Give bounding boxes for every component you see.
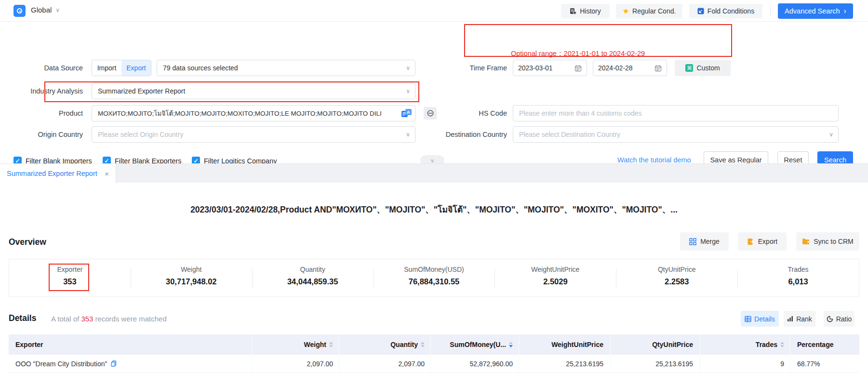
export-tab[interactable]: Export — [121, 60, 151, 76]
industry-analysis-value: Summarized Exporter Report — [98, 87, 185, 95]
merge-icon — [689, 238, 696, 245]
view-details-button[interactable]: Details — [741, 311, 779, 327]
custom-label: Custom — [696, 64, 720, 72]
regular-cond-button[interactable]: ★ Regular Cond. — [616, 4, 682, 18]
app-logo-icon — [13, 5, 26, 17]
search-form: Data Source Import Export 79 data source… — [0, 22, 868, 163]
close-icon[interactable]: × — [105, 170, 109, 178]
column-header-exporter[interactable]: Exporter — [9, 334, 252, 355]
origin-country-select[interactable]: Please select Origin Country ∨ — [92, 126, 415, 143]
industry-analysis-select[interactable]: Summarized Exporter Report ∨ — [92, 83, 415, 99]
exporter-name: OOO "Dream City Distribution" — [15, 360, 107, 368]
synonym-icon — [427, 109, 434, 117]
stat-value: 76,884,310.55 — [374, 277, 495, 286]
history-button[interactable]: History — [561, 4, 610, 18]
time-frame-label: Time Frame — [459, 64, 507, 72]
tab-summarized-exporter-report[interactable]: Summarized Exporter Report × — [0, 164, 116, 183]
destination-country-select[interactable]: Please select Destination Country ∨ — [513, 126, 839, 143]
origin-country-placeholder: Please select Origin Country — [98, 131, 183, 138]
start-date-input[interactable]: 2023-03-01 — [513, 60, 587, 76]
column-header-percentage[interactable]: Percentage — [790, 334, 859, 355]
top-bar: Global ∨ History ★ Regular Cond. Fold Co… — [0, 0, 868, 22]
hs-code-input[interactable] — [513, 105, 839, 121]
sync-to-crm-button[interactable]: Sync to CRM — [796, 232, 859, 251]
destination-country-label: Destination Country — [435, 131, 507, 138]
result-tab-bar: Summarized Exporter Report × — [0, 163, 868, 183]
view-details-label: Details — [754, 315, 775, 323]
stat-value: 30,717,948.02 — [131, 277, 252, 286]
synonym-expand-button[interactable] — [424, 107, 437, 120]
stat-label: Trades — [737, 266, 859, 273]
stat-qty-unit-price: QtyUnitPrice 2.2583 — [616, 259, 737, 296]
column-label: SumOfMoney(U... — [450, 341, 506, 348]
fold-conditions-button[interactable]: Fold Conditions — [689, 4, 762, 18]
column-label: QtyUnitPrice — [652, 341, 693, 348]
sort-icons[interactable] — [421, 342, 425, 347]
stat-label: Exporter — [9, 266, 131, 273]
data-source-label: Data Source — [15, 64, 83, 72]
hs-code-label: HS Code — [449, 109, 507, 117]
stat-label: Quantity — [252, 266, 374, 273]
export-icon — [747, 238, 754, 245]
merge-button[interactable]: Merge — [680, 232, 729, 251]
chevron-down-icon: ∨ — [406, 88, 410, 94]
stat-label: WeightUnitPrice — [494, 266, 616, 273]
translate-icon[interactable]: A — [401, 109, 412, 118]
optional-range-note: Optional range：2021-01-01 to 2024-02-29 — [511, 49, 645, 58]
cell-weight: 2,097.00 — [252, 355, 339, 373]
chevron-down-icon: ∨ — [406, 65, 410, 71]
column-label: Quantity — [390, 341, 418, 348]
view-rank-button[interactable]: Rank — [784, 311, 815, 327]
stat-label: SumOfMoney(USD) — [374, 266, 495, 273]
data-source-select[interactable]: 79 data sources selected ∨ — [157, 60, 415, 76]
data-source-toggle: Import Export — [92, 60, 151, 76]
column-header-sum-of-money[interactable]: SumOfMoney(U... — [431, 334, 519, 355]
table-row[interactable]: OOO "Dream City Distribution" 2,097.00 2… — [9, 355, 859, 373]
column-header-qty-unit-price[interactable]: QtyUnitPrice — [611, 334, 700, 355]
column-header-trades[interactable]: Trades — [700, 334, 790, 355]
industry-analysis-label: Industry Analysis — [15, 87, 83, 95]
match-count: 353 — [79, 315, 95, 323]
fold-icon — [697, 8, 704, 14]
stat-label: Weight — [131, 266, 252, 273]
toolbar-divider — [770, 6, 771, 16]
sort-icons[interactable] — [329, 342, 333, 347]
export-button[interactable]: Export — [738, 232, 787, 251]
query-summary: 2023/03/01-2024/02/28,Product AND"МОХИТО… — [0, 203, 868, 216]
copy-icon[interactable] — [111, 360, 117, 367]
stat-value: 2.2583 — [616, 277, 737, 286]
regular-cond-label: Regular Cond. — [632, 7, 676, 15]
table-header: Exporter Weight Quantity SumOfMoney(U...… — [9, 334, 859, 355]
details-title: Details — [9, 313, 36, 323]
column-header-quantity[interactable]: Quantity — [339, 334, 431, 355]
product-label: Product — [15, 109, 83, 117]
svg-text:A: A — [407, 109, 410, 115]
stat-value: 6,013 — [737, 277, 859, 286]
details-match-summary: A total of353records were matched — [51, 315, 167, 323]
stat-quantity: Quantity 34,044,859.35 — [252, 259, 374, 296]
product-input[interactable] — [92, 105, 415, 121]
cell-exporter: OOO "Dream City Distribution" — [9, 355, 252, 373]
import-tab[interactable]: Import — [92, 60, 121, 76]
stat-weight: Weight 30,717,948.02 — [131, 259, 252, 296]
custom-range-button[interactable]: ⌘ Custom — [675, 60, 731, 76]
advanced-search-button[interactable]: Advanced Search › — [778, 3, 853, 19]
column-header-weight-unit-price[interactable]: WeightUnitPrice — [519, 334, 611, 355]
table-view-icon — [745, 316, 751, 322]
view-ratio-button[interactable]: Ratio — [824, 311, 855, 327]
stat-trades: Trades 6,013 — [737, 259, 859, 296]
data-source-selected-value: 79 data sources selected — [163, 64, 238, 72]
stat-exporter: Exporter 353 — [9, 259, 131, 296]
stat-value: 34,044,859.35 — [252, 277, 374, 286]
origin-country-label: Origin Country — [15, 131, 83, 138]
sort-icons[interactable] — [780, 342, 784, 347]
column-label: Trades — [756, 341, 777, 348]
sort-icons-active-desc[interactable] — [509, 342, 513, 347]
end-date-input[interactable]: 2024-02-28 — [593, 60, 667, 76]
tutorial-demo-link[interactable]: Watch the tutorial demo — [617, 156, 691, 164]
region-selector[interactable]: Global ∨ — [31, 6, 60, 14]
destination-country-placeholder: Please select Destination Country — [519, 131, 620, 138]
column-header-weight[interactable]: Weight — [252, 334, 339, 355]
stat-weight-unit-price: WeightUnitPrice 2.5029 — [494, 259, 616, 296]
end-date-value: 2024-02-28 — [598, 64, 633, 72]
